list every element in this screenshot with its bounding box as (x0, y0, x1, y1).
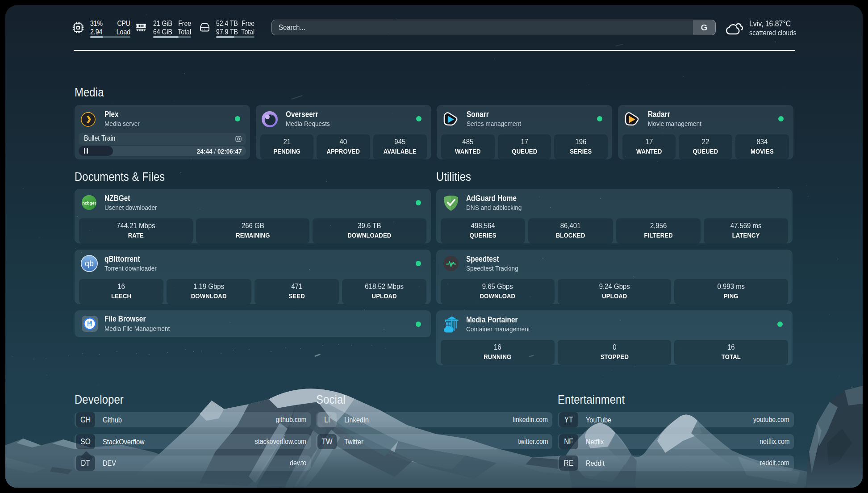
svg-text:nzbget: nzbget (82, 201, 96, 205)
svg-text:qb: qb (85, 259, 94, 268)
